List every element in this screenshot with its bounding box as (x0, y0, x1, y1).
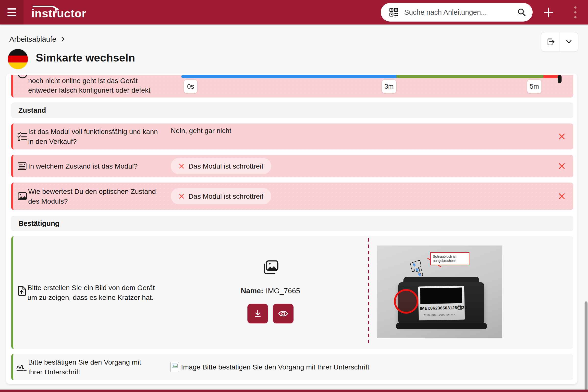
bottom-edge-bar (0, 390, 588, 392)
download-icon (253, 309, 262, 318)
timeline-bar (181, 75, 560, 78)
content-card: noch nicht online geht ist das Gerät ent… (6, 74, 578, 384)
export-options-button[interactable] (560, 32, 578, 52)
file-name-line: Name: IMG_7665 (241, 287, 300, 295)
eye-icon (278, 308, 288, 319)
photos-stack-icon (262, 260, 279, 276)
signature-image-missing: Image Bitte bestätigen Sie den Vorgang m… (170, 362, 369, 372)
hamburger-icon (7, 8, 16, 10)
signature-icon (16, 361, 28, 373)
x-status-icon (178, 193, 184, 199)
file-name-label: Name: (241, 287, 264, 295)
signature-instruction-text: Bitte bestätigen Sie den Vorgang mit Ihr… (28, 357, 141, 377)
question-text: Ist das Modul voll funktionsfähig und ka… (28, 127, 158, 146)
overflow-menu-button[interactable] (568, 6, 582, 19)
question-text: Wie bewertest Du den optischen Zustand d… (28, 186, 156, 206)
defect-callout: Schraubloch ist ausgebrochen! (430, 252, 470, 265)
remove-answer-button[interactable] (556, 131, 568, 142)
section-header-bestaetigung: Bestätigung (11, 216, 573, 231)
checklist-icon (17, 131, 28, 142)
question-row-optical: Wie bewertest Du den optischen Zustand d… (11, 182, 573, 210)
timeline-position-marker (558, 75, 562, 83)
kebab-icon (574, 6, 576, 8)
app-header: instructor (0, 0, 588, 24)
uploaded-photo-thumbnail[interactable]: IMEI:862365031289220 THIS SIDE TOWARDS S… (377, 246, 502, 338)
add-button[interactable] (540, 5, 557, 20)
german-flag-icon (7, 48, 28, 70)
question-text: In welchem Zustand ist das Modul? (28, 161, 138, 171)
weee-bin-icon (458, 304, 462, 310)
breadcrumb[interactable]: Arbeitsabläufe (9, 34, 66, 44)
search-icon[interactable] (517, 8, 526, 17)
file-name-value: IMG_7665 (266, 287, 300, 295)
signature-step-row: Bitte bestätigen Sie den Vorgang mit Ihr… (11, 354, 573, 380)
close-icon (558, 133, 566, 140)
timer-icon (18, 75, 28, 78)
export-button[interactable] (541, 32, 560, 52)
file-export-icon (545, 37, 555, 47)
app-root: instructor (0, 0, 588, 392)
answer-text: Nein, geht gar nicht (171, 127, 231, 135)
close-icon (558, 162, 566, 170)
dashed-divider (368, 238, 369, 343)
plus-icon (543, 6, 554, 18)
question-row-condition: In welchem Zustand ist das Modul? Das Mo… (11, 155, 573, 178)
breadcrumb-label: Arbeitsabläufe (9, 35, 56, 43)
chevron-right-icon (60, 36, 66, 42)
photo-upload-step-row: Bitte erstellen Sie ein Bild von dem Ger… (11, 236, 573, 349)
remove-answer-button[interactable] (556, 190, 568, 202)
answer-chip: Das Modul ist schrottreif (171, 188, 271, 204)
brand-logo[interactable]: instructor (31, 0, 86, 24)
question-row-functional: Ist das Modul voll funktionsfähig und ka… (11, 124, 573, 150)
chevron-down-icon (565, 39, 572, 44)
device-label: IMEI:862365031289220 THIS SIDE TOWARDS S… (418, 286, 465, 320)
signature-image-alt-text: Image Bitte bestätigen Sie den Vorgang m… (181, 363, 369, 371)
qr-scan-icon[interactable] (389, 8, 398, 17)
logo-text: instructor (31, 6, 86, 20)
defect-highlight-circle (394, 289, 418, 314)
image-icon (17, 191, 28, 202)
timeline-mark-3m: 3m (382, 80, 396, 93)
upload-instruction-text: Bitte erstellen Sie ein Bild von dem Ger… (28, 283, 155, 302)
device-orientation-text: THIS SIDE TOWARDS SKY (424, 313, 456, 316)
timeline-mark-5m: 5m (527, 80, 542, 93)
timeline-mark-0s: 0s (184, 80, 197, 93)
search-bar (381, 3, 533, 22)
download-file-button[interactable] (248, 304, 268, 324)
preview-file-button[interactable] (273, 304, 294, 324)
page-title: Simkarte wechseln (36, 52, 135, 64)
section-header-zustand: Zustand (11, 102, 573, 118)
uploaded-file-panel: Name: IMG_7665 (229, 260, 312, 324)
search-input[interactable] (404, 8, 512, 17)
timeline-step-text: noch nicht online geht ist das Gerät ent… (28, 76, 150, 95)
vertical-scrollbar-thumb[interactable] (584, 301, 588, 392)
file-upload-icon (16, 285, 28, 296)
answer-chip: Das Modul ist schrottreif (171, 158, 271, 174)
hamburger-menu-button[interactable] (0, 0, 24, 24)
broken-image-icon (170, 362, 179, 372)
form-list-icon (17, 161, 27, 171)
timeline-step-row: noch nicht online geht ist das Gerät ent… (11, 75, 573, 98)
export-split-button (541, 32, 578, 52)
remove-answer-button[interactable] (556, 160, 568, 172)
x-status-icon (178, 163, 184, 169)
close-icon (558, 192, 566, 200)
